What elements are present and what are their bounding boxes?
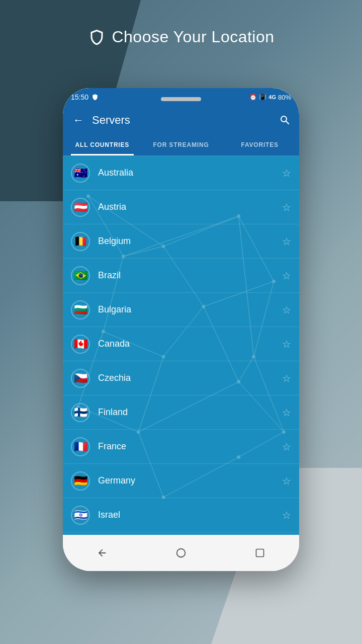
favorite-star-belgium[interactable]: ☆ <box>282 235 291 248</box>
svg-rect-40 <box>256 549 263 557</box>
vpn-status-icon <box>92 94 99 101</box>
country-item-germany[interactable]: 🇩🇪 Germany ☆ <box>63 464 299 498</box>
country-name-austria: Austria <box>98 202 282 212</box>
flag-belgium: 🇧🇪 <box>71 232 90 251</box>
phone-nav-bar <box>63 535 299 571</box>
flag-finland: 🇫🇮 <box>71 403 90 422</box>
flag-australia: 🇦🇺 <box>71 164 90 183</box>
country-item-austria[interactable]: 🇦🇹 Austria ☆ <box>63 190 299 224</box>
status-icons: ⏰ 📳 4G 80% <box>249 94 291 101</box>
country-name-czechia: Czechia <box>98 373 282 383</box>
phone-screen: 15:50 ⏰ 📳 4G 80% ← Servers ALL COUN <box>63 88 299 535</box>
country-item-australia[interactable]: 🇦🇺 Australia ☆ <box>63 156 299 190</box>
country-item-israel[interactable]: 🇮🇱 Israel ☆ <box>63 498 299 532</box>
country-item-belgium[interactable]: 🇧🇪 Belgium ☆ <box>63 224 299 259</box>
favorite-star-israel[interactable]: ☆ <box>282 509 291 521</box>
country-name-bulgaria: Bulgaria <box>98 304 282 315</box>
search-icon[interactable] <box>279 114 291 126</box>
svg-point-39 <box>177 549 186 557</box>
nav-home-button[interactable] <box>173 545 189 561</box>
flag-austria: 🇦🇹 <box>71 198 90 217</box>
page-header-title: Choose Your Location <box>112 28 274 46</box>
tab-favorites[interactable]: FAVORITES <box>220 134 299 155</box>
country-name-belgium: Belgium <box>98 236 282 247</box>
tab-for-streaming[interactable]: FOR STREAMING <box>142 134 221 155</box>
page-header: Choose Your Location <box>87 28 274 46</box>
top-bar: ← Servers <box>63 106 299 134</box>
country-name-germany: Germany <box>98 475 282 486</box>
phone-frame: 15:50 ⏰ 📳 4G 80% ← Servers ALL COUN <box>63 88 299 571</box>
country-item-canada[interactable]: 🇨🇦 Canada ☆ <box>63 327 299 361</box>
flag-france: 🇫🇷 <box>71 437 90 456</box>
status-time-area: 15:50 <box>71 93 99 101</box>
flag-canada: 🇨🇦 <box>71 335 90 354</box>
alarm-icon: ⏰ <box>249 94 257 101</box>
country-name-brazil: Brazil <box>98 270 282 281</box>
country-item-france[interactable]: 🇫🇷 France ☆ <box>63 430 299 464</box>
vibrate-icon: 📳 <box>259 94 266 101</box>
country-item-czechia[interactable]: 🇨🇿 Czechia ☆ <box>63 361 299 395</box>
country-name-australia: Australia <box>98 168 282 178</box>
nav-back-button[interactable] <box>94 545 110 561</box>
flag-israel: 🇮🇱 <box>71 506 90 525</box>
tab-all-countries[interactable]: ALL COUNTRIES <box>63 134 142 155</box>
country-item-brazil[interactable]: 🇧🇷 Brazil ☆ <box>63 259 299 293</box>
favorite-star-france[interactable]: ☆ <box>282 441 291 453</box>
favorite-star-canada[interactable]: ☆ <box>282 338 291 350</box>
favorite-star-bulgaria[interactable]: ☆ <box>282 304 291 316</box>
phone-speaker <box>161 97 201 101</box>
favorite-star-germany[interactable]: ☆ <box>282 475 291 487</box>
country-list: 🇦🇺 Australia ☆ 🇦🇹 Austria ☆ 🇧🇪 Belgium ☆… <box>63 156 299 532</box>
status-time: 15:50 <box>71 93 88 101</box>
country-items-container: 🇦🇺 Australia ☆ 🇦🇹 Austria ☆ 🇧🇪 Belgium ☆… <box>63 156 299 532</box>
favorite-star-brazil[interactable]: ☆ <box>282 270 291 282</box>
shield-icon <box>87 28 106 46</box>
country-item-bulgaria[interactable]: 🇧🇬 Bulgaria ☆ <box>63 293 299 327</box>
battery-text: 80% <box>278 94 291 101</box>
country-name-france: France <box>98 441 282 452</box>
country-name-israel: Israel <box>98 510 282 520</box>
signal-icon: 4G <box>268 94 276 100</box>
favorite-star-austria[interactable]: ☆ <box>282 201 291 213</box>
flag-germany: 🇩🇪 <box>71 471 90 491</box>
top-bar-title: Servers <box>92 114 273 127</box>
nav-recent-button[interactable] <box>252 545 268 561</box>
flag-czechia: 🇨🇿 <box>71 369 90 388</box>
favorite-star-finland[interactable]: ☆ <box>282 407 291 419</box>
favorite-star-australia[interactable]: ☆ <box>282 167 291 179</box>
tabs-bar: ALL COUNTRIES FOR STREAMING FAVORITES <box>63 134 299 156</box>
country-name-finland: Finland <box>98 407 282 418</box>
favorite-star-czechia[interactable]: ☆ <box>282 372 291 384</box>
country-item-finland[interactable]: 🇫🇮 Finland ☆ <box>63 395 299 430</box>
flag-bulgaria: 🇧🇬 <box>71 300 90 319</box>
back-button[interactable]: ← <box>71 112 86 129</box>
flag-brazil: 🇧🇷 <box>71 266 90 285</box>
country-name-canada: Canada <box>98 339 282 349</box>
